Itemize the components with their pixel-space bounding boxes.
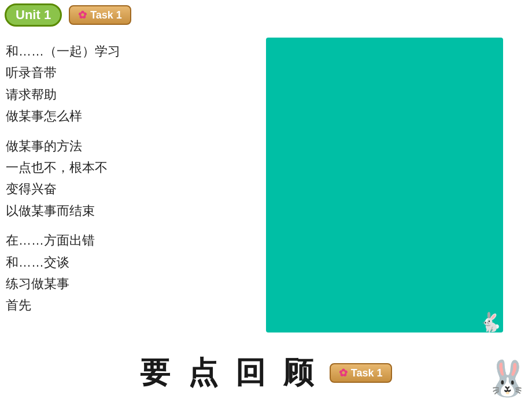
unit-badge: Unit 1 [5, 3, 62, 27]
header: Unit 1 ✿ Task 1 [5, 3, 131, 27]
task-label-bottom: Task 1 [351, 367, 383, 379]
bottom-section: 要 点 回 顾 ✿ Task 1 [0, 353, 532, 393]
text-line-2: 听录音带 [6, 62, 249, 83]
text-line-7: 变得兴奋 [6, 178, 249, 200]
text-group-2: 做某事的方法 一点也不，根本不 变得兴奋 以做某事而结束 [6, 135, 249, 222]
small-decoration: 🐇 [479, 313, 502, 331]
text-line-3: 请求帮助 [6, 84, 249, 105]
task-label-header: Task 1 [90, 9, 122, 21]
text-line-4: 做某事怎么样 [6, 105, 249, 127]
cartoon-character: 🐰 [486, 361, 529, 396]
text-line-12: 首先 [6, 294, 249, 316]
text-group-1: 和……（一起）学习 听录音带 请求帮助 做某事怎么样 [6, 40, 249, 127]
task-badge-header: ✿ Task 1 [69, 5, 131, 25]
image-placeholder: 🐇 [266, 38, 503, 332]
text-line-5: 做某事的方法 [6, 135, 249, 157]
text-line-11: 练习做某事 [6, 273, 249, 294]
flower-icon-bottom: ✿ [339, 367, 348, 379]
bottom-title: 要 点 回 顾 [140, 353, 317, 393]
text-line-1: 和……（一起）学习 [6, 40, 249, 62]
text-line-8: 以做某事而结束 [6, 200, 249, 221]
unit-label: Unit 1 [16, 8, 51, 22]
text-line-10: 和……交谈 [6, 252, 249, 273]
text-line-6: 一点也不，根本不 [6, 157, 249, 178]
left-content-area: 和……（一起）学习 听录音带 请求帮助 做某事怎么样 做某事的方法 一点也不，根… [6, 40, 249, 324]
flower-icon-header: ✿ [78, 9, 87, 21]
text-group-3: 在……方面出错 和……交谈 练习做某事 首先 [6, 230, 249, 316]
text-line-9: 在……方面出错 [6, 230, 249, 251]
task-badge-bottom: ✿ Task 1 [330, 363, 392, 383]
